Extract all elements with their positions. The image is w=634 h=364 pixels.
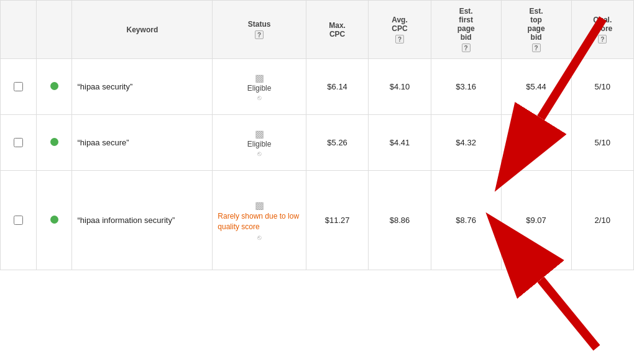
- row1-esttp: $5.44: [501, 59, 571, 115]
- row1-active-dot: [50, 82, 58, 90]
- col-header-esttp: Est.toppagebid ?: [501, 1, 571, 59]
- row1-keyword-text: “hipaa security”: [77, 82, 132, 91]
- row3-qual: 2/10: [571, 171, 633, 270]
- table-row: “hipaa information security” ▩ Rarely sh…: [1, 171, 634, 270]
- row1-avgcpc: $4.10: [369, 59, 431, 115]
- row3-status-cell: ▩ Rarely shown due to low quality score …: [213, 171, 306, 270]
- row2-avgcpc: $4.41: [369, 115, 431, 171]
- row3-active-dot: [50, 216, 58, 224]
- col-header-keyword: Keyword: [72, 1, 213, 59]
- row1-maxcpc: $6.14: [306, 59, 368, 115]
- row2-qual: 5/10: [571, 115, 633, 171]
- esttp-help-icon[interactable]: ?: [532, 43, 541, 52]
- table-row: “hipaa secure” ▩ Eligible ⎋ $5.26 $4.41 …: [1, 115, 634, 171]
- estfp-help-icon[interactable]: ?: [462, 43, 471, 52]
- row2-checkbox[interactable]: [14, 138, 23, 147]
- row2-maxcpc: $5.26: [306, 115, 368, 171]
- col-header-maxcpc: Max.CPC: [306, 1, 368, 59]
- row3-avgcpc: $8.86: [369, 171, 431, 270]
- col-header-avgcpc: Avg.CPC ?: [369, 1, 431, 59]
- row2-status-cell: ▩ Eligible ⎋: [213, 115, 306, 171]
- row3-esttp: $9.07: [501, 171, 571, 270]
- row3-estfp: $8.76: [431, 171, 501, 270]
- avgcpc-help-icon[interactable]: ?: [395, 35, 404, 43]
- row1-qual: 5/10: [571, 59, 633, 115]
- row2-status-dot-cell: [36, 115, 72, 171]
- row2-keyword-cell: “hipaa secure”: [72, 115, 213, 171]
- col-header-status: Status ?: [213, 1, 306, 59]
- row2-active-dot: [50, 138, 58, 146]
- row1-trend-icon: ⎋: [257, 94, 262, 101]
- col-header-check: [1, 1, 37, 59]
- row1-monitor-icon: ▩: [255, 72, 264, 84]
- row1-status-label: Eligible: [247, 84, 272, 93]
- row3-checkbox-cell: [1, 171, 37, 270]
- row1-checkbox[interactable]: [14, 82, 23, 91]
- row1-estfp: $3.16: [431, 59, 501, 115]
- row3-status-label: Rarely shown due to low quality score: [218, 211, 301, 232]
- row1-status-cell: ▩ Eligible ⎋: [213, 59, 306, 115]
- col-header-estfp: Est.firstpagebid ?: [431, 1, 501, 59]
- row2-trend-icon: ⎋: [257, 150, 262, 157]
- row1-keyword-cell: “hipaa security”: [72, 59, 213, 115]
- row2-checkbox-cell: [1, 115, 37, 171]
- row3-checkbox[interactable]: [14, 216, 23, 225]
- row3-monitor-icon: ▩: [255, 199, 264, 211]
- row2-monitor-icon: ▩: [255, 128, 264, 140]
- status-help-icon[interactable]: ?: [255, 30, 264, 39]
- row3-trend-icon: ⎋: [257, 234, 262, 241]
- col-header-qual: Qual.score ?: [571, 1, 633, 59]
- row2-status-label: Eligible: [247, 140, 272, 148]
- row1-status-dot-cell: [36, 59, 72, 115]
- row2-estfp: $4.32: [431, 115, 501, 171]
- row3-keyword-text: “hipaa information security”: [77, 216, 175, 225]
- row2-keyword-text: “hipaa secure”: [77, 138, 129, 147]
- col-header-dot: [36, 1, 72, 59]
- row3-maxcpc: $11.27: [306, 171, 368, 270]
- qual-help-icon[interactable]: ?: [598, 35, 607, 43]
- row1-checkbox-cell: [1, 59, 37, 115]
- svg-line-3: [541, 280, 597, 348]
- row3-keyword-cell: “hipaa information security”: [72, 171, 213, 270]
- row3-status-dot-cell: [36, 171, 72, 270]
- row2-esttp: $4.32: [501, 115, 571, 171]
- table-row: “hipaa security” ▩ Eligible ⎋ $6.14 $4.1…: [1, 59, 634, 115]
